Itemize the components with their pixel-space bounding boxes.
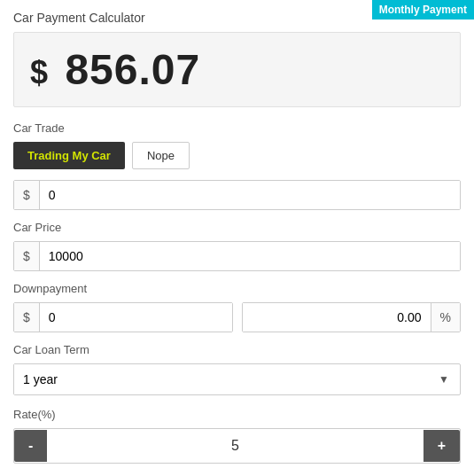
trade-value-input-group: $ — [13, 180, 461, 210]
car-loan-term-select[interactable]: 1 year 2 years 3 years 4 years 5 years 6… — [14, 364, 428, 394]
downpayment-amount-prefix: $ — [14, 303, 40, 332]
car-trade-label: Car Trade — [13, 121, 461, 135]
trade-value-input[interactable] — [40, 181, 460, 209]
rate-value: 5 — [47, 429, 423, 463]
rate-section: Rate(%) - 5 + — [13, 408, 461, 464]
car-price-prefix: $ — [14, 242, 40, 270]
car-loan-term-select-group: 1 year 2 years 3 years 4 years 5 years 6… — [13, 363, 461, 395]
monthly-payment-tab[interactable]: Monthly Payment — [372, 0, 474, 20]
result-value: 856.07 — [65, 46, 200, 93]
rate-label: Rate(%) — [13, 408, 461, 421]
downpayment-amount-input[interactable] — [40, 303, 232, 332]
rate-decrease-button[interactable]: - — [14, 430, 47, 462]
downpayment-amount-group: $ — [13, 302, 233, 332]
result-currency-symbol: $ — [30, 54, 49, 90]
car-trade-toggle: Trading My Car Nope — [13, 142, 461, 169]
downpayment-percent-group: % — [242, 302, 462, 332]
downpayment-label: Downpayment — [13, 282, 461, 295]
downpayment-percent-input[interactable] — [243, 303, 431, 332]
car-price-label: Car Price — [13, 221, 461, 234]
trade-value-prefix: $ — [14, 181, 40, 209]
result-box: $ 856.07 — [13, 32, 461, 107]
nope-button[interactable]: Nope — [132, 142, 190, 169]
downpayment-percent-suffix: % — [431, 303, 460, 332]
chevron-down-icon: ▼ — [428, 365, 460, 394]
rate-increase-button[interactable]: + — [423, 430, 460, 462]
downpayment-row: $ % — [13, 302, 461, 332]
car-price-input-group: $ — [13, 241, 461, 271]
car-loan-term-label: Car Loan Term — [13, 343, 461, 356]
car-price-input[interactable] — [40, 242, 460, 270]
app-container: Monthly Payment Car Payment Calculator $… — [0, 0, 474, 476]
trading-my-car-button[interactable]: Trading My Car — [13, 142, 125, 169]
rate-row: - 5 + — [13, 428, 461, 464]
result-amount: $ 856.07 — [30, 46, 200, 93]
